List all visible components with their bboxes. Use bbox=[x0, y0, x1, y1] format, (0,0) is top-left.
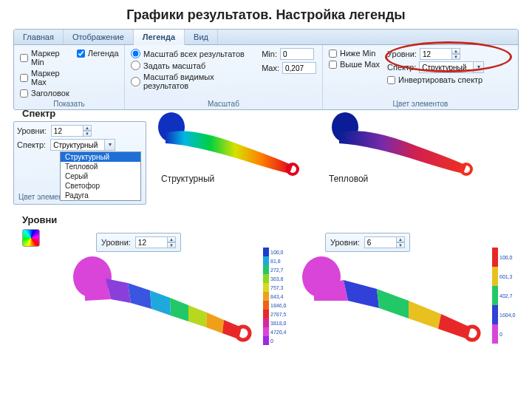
opt-thermal[interactable]: Тепловой bbox=[61, 162, 140, 171]
group-scale: Масштаб всех результатов Задать масштаб … bbox=[125, 45, 323, 109]
levels-thumb-icon bbox=[22, 229, 40, 247]
highlight-oval bbox=[385, 41, 512, 72]
tab-view[interactable]: Вид bbox=[185, 30, 218, 44]
group-scale-title: Масштаб bbox=[131, 98, 316, 108]
chevron-down-icon[interactable]: ▼ bbox=[83, 131, 92, 137]
opt-structural[interactable]: Структурный bbox=[61, 152, 140, 162]
group-colors-title: Цвет элементов bbox=[329, 98, 512, 108]
lp1-spinner[interactable]: ▲▼ bbox=[135, 236, 176, 248]
lp2-label: Уровни: bbox=[330, 238, 360, 247]
scale-min-input[interactable] bbox=[280, 48, 314, 60]
mini-spectrum-label: Спектр: bbox=[17, 140, 46, 149]
opt-gray[interactable]: Серый bbox=[61, 171, 140, 181]
chk-above-max[interactable]: Выше Max bbox=[329, 59, 380, 69]
lp2-spinner[interactable]: ▲▼ bbox=[364, 236, 405, 248]
radio-scale-visible[interactable]: Масштаб видимых результатов bbox=[131, 72, 254, 91]
levels-panel-6: Уровни: ▲▼ bbox=[325, 233, 410, 252]
model-levels-12 bbox=[70, 255, 259, 352]
opt-traffic[interactable]: Светофор bbox=[61, 181, 140, 191]
page-title: Графики результатов. Настройка легенды bbox=[0, 0, 532, 29]
scale-max-input[interactable] bbox=[282, 62, 316, 74]
chevron-down-icon[interactable]: ▾ bbox=[105, 139, 115, 151]
chk-header[interactable]: Заголовок bbox=[20, 88, 69, 98]
chk-marker-max[interactable]: Маркер Max bbox=[20, 68, 69, 87]
chevron-down-icon[interactable]: ▼ bbox=[396, 242, 405, 248]
spectrum-dropdown[interactable]: Структурный Тепловой Серый Светофор Раду… bbox=[60, 151, 141, 201]
chk-legend[interactable]: Легенда bbox=[77, 48, 119, 58]
caption-structural: Структурный bbox=[161, 174, 214, 184]
tab-main[interactable]: Главная bbox=[14, 30, 64, 44]
caption-thermal: Тепловой bbox=[329, 174, 368, 184]
section-levels-label: Уровни bbox=[22, 214, 57, 225]
legend-12: 100,0 81,8 272,7 363,8 757,3 843,4 1846,… bbox=[263, 248, 286, 345]
mini-levels-label: Уровни: bbox=[17, 126, 47, 135]
legend-6: 100,0 601,3 402,7 1604,0 0 bbox=[492, 248, 515, 344]
chevron-up-icon[interactable]: ▲ bbox=[396, 236, 405, 242]
model-thermal bbox=[329, 111, 477, 179]
radio-scale-set[interactable]: Задать масштаб bbox=[131, 60, 254, 71]
lp1-label: Уровни: bbox=[101, 238, 131, 247]
chevron-up-icon[interactable]: ▲ bbox=[83, 125, 92, 131]
chk-below-min[interactable]: Ниже Min bbox=[329, 48, 380, 58]
scale-max-label: Max: bbox=[262, 64, 279, 72]
opt-rainbow[interactable]: Радуга bbox=[61, 191, 140, 200]
scale-min-label: Min: bbox=[262, 50, 277, 58]
tab-display[interactable]: Отображение bbox=[64, 30, 134, 44]
radio-scale-all[interactable]: Масштаб всех результатов bbox=[131, 48, 254, 59]
chevron-up-icon[interactable]: ▲ bbox=[167, 236, 176, 242]
model-levels-6 bbox=[299, 255, 488, 352]
levels-panel-12: Уровни: ▲▼ bbox=[96, 233, 181, 252]
section-spectrum-label: Спектр bbox=[22, 108, 55, 119]
chevron-down-icon[interactable]: ▼ bbox=[167, 242, 176, 248]
model-structural bbox=[155, 111, 303, 179]
group-show-title: Показать bbox=[20, 98, 118, 108]
mini-spectrum-combo[interactable]: ▾ bbox=[50, 139, 115, 151]
tab-legend[interactable]: Легенда bbox=[134, 30, 185, 45]
group-show: Маркер Min Маркер Max Заголовок Легенда … bbox=[14, 45, 125, 109]
mini-levels-spinner[interactable]: ▲▼ bbox=[51, 125, 92, 137]
chk-invert[interactable]: Инвертировать спектр bbox=[387, 75, 484, 85]
chk-marker-min[interactable]: Маркер Min bbox=[20, 48, 69, 67]
mini-spectrum-panel: Уровни: ▲▼ Спектр: ▾ Цвет элементов Стру… bbox=[13, 121, 146, 205]
